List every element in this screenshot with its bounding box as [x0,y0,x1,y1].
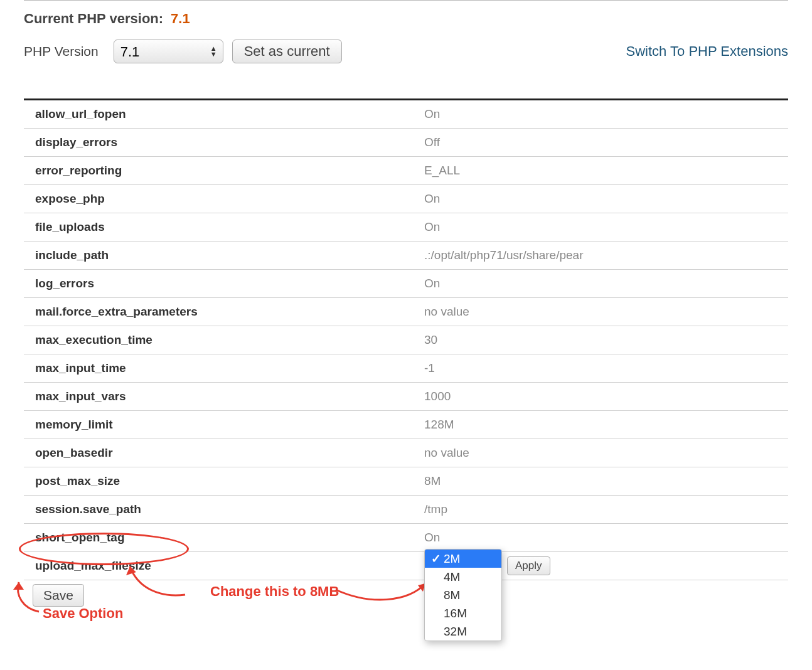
setting-row: open_basedirno value [24,439,788,467]
upload-max-filesize-dropdown[interactable]: ✓2M4M8M16M32M [424,549,502,641]
settings-table: allow_url_fopenOndisplay_errorsOfferror_… [24,98,788,580]
dropdown-option[interactable]: 8M [425,586,501,604]
setting-key: file_uploads [35,220,424,234]
setting-key: max_execution_time [35,333,424,347]
setting-value[interactable]: .:/opt/alt/php71/usr/share/pear [424,248,777,262]
setting-row: expose_phpOn [24,185,788,213]
setting-value[interactable]: 128M [424,418,777,432]
setting-row: allow_url_fopenOn [24,100,788,129]
setting-value[interactable]: no value [424,305,777,319]
annotation-text-save: Save Option [43,605,123,622]
setting-key: max_input_time [35,361,424,375]
setting-key: post_max_size [35,474,424,488]
setting-key: mail.force_extra_parameters [35,305,424,319]
dropdown-option-label: 16M [444,607,467,620]
setting-value[interactable]: Off [424,136,777,149]
setting-value[interactable]: 1000 [424,390,777,403]
dropdown-option[interactable]: 4M [425,568,501,586]
setting-value[interactable]: no value [424,446,777,460]
annotation-text-change: Change this to 8MB [210,583,339,600]
setting-key: display_errors [35,136,424,149]
apply-button[interactable]: Apply [507,556,550,575]
setting-key: log_errors [35,277,424,290]
setting-value[interactable]: On [424,277,777,290]
dropdown-option[interactable]: ✓2M [425,550,501,568]
setting-value[interactable]: 30 [424,333,777,347]
setting-key: upload_max_filesize [35,559,424,573]
setting-value-editor: ✓2M4M8M16M32MApply [424,556,777,575]
setting-value[interactable]: On [424,192,777,206]
setting-key: memory_limit [35,418,424,432]
setting-key: max_input_vars [35,390,424,403]
set-as-current-button[interactable]: Set as current [232,40,342,63]
setting-row: display_errorsOff [24,129,788,157]
setting-row: include_path.:/opt/alt/php71/usr/share/p… [24,242,788,270]
setting-row: max_input_vars1000 [24,383,788,411]
dropdown-option[interactable]: 32M [425,622,501,641]
php-version-label: PHP Version [24,44,99,59]
switch-to-extensions-link[interactable]: Switch To PHP Extensions [626,43,788,60]
setting-key: session.save_path [35,502,424,516]
setting-value[interactable]: 8M [424,474,777,488]
setting-row: file_uploadsOn [24,213,788,242]
setting-value[interactable]: On [424,531,777,545]
setting-key: open_basedir [35,446,424,460]
setting-row: post_max_size8M [24,467,788,496]
setting-row: short_open_tagOn [24,524,788,552]
setting-row: mail.force_extra_parametersno value [24,298,788,326]
setting-key: allow_url_fopen [35,107,424,121]
setting-value[interactable]: On [424,107,777,121]
dropdown-option-label: 8M [444,588,460,602]
setting-row: max_execution_time30 [24,326,788,354]
dropdown-option-label: 4M [444,570,460,584]
save-button[interactable]: Save [33,584,84,607]
php-version-select[interactable]: 7.1 [114,40,223,63]
setting-row: max_input_time-1 [24,354,788,383]
check-icon: ✓ [430,551,442,566]
setting-row-editable: upload_max_filesize✓2M4M8M16M32MApply [24,552,788,580]
setting-row: session.save_path/tmp [24,496,788,524]
setting-key: error_reporting [35,164,424,178]
setting-value[interactable]: /tmp [424,502,777,516]
setting-value[interactable]: E_ALL [424,164,777,178]
dropdown-option[interactable]: 16M [425,604,501,622]
setting-key: include_path [35,248,424,262]
setting-row: log_errorsOn [24,270,788,298]
setting-row: memory_limit128M [24,411,788,439]
setting-value[interactable]: On [424,220,777,234]
current-version-value: 7.1 [171,11,190,27]
setting-key: short_open_tag [35,531,424,545]
dropdown-option-label: 2M [444,552,460,566]
current-version-label: Current PHP version: [24,11,163,27]
setting-key: expose_php [35,192,424,206]
dropdown-option-label: 32M [444,625,467,639]
svg-marker-2 [13,582,24,590]
setting-row: error_reportingE_ALL [24,157,788,185]
setting-value[interactable]: -1 [424,361,777,375]
